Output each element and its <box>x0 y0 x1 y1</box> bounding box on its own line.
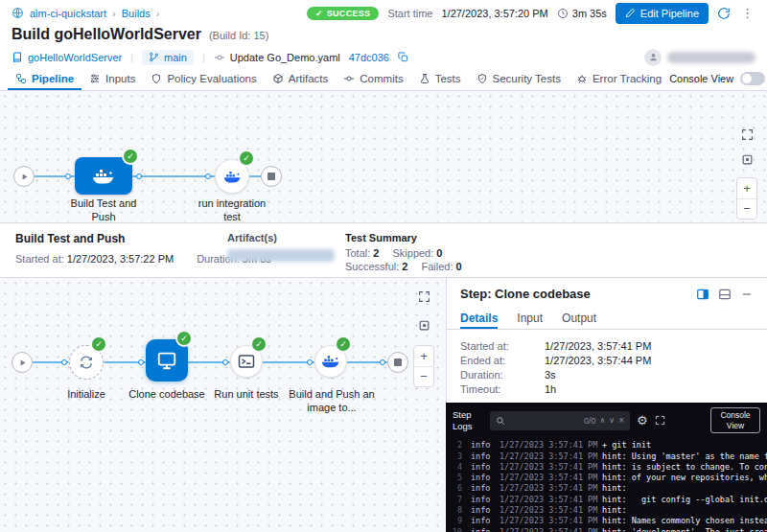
log-line: 6info1/27/2023 3:57:41 PMhint: <box>450 483 767 494</box>
flask-icon <box>419 73 430 84</box>
title-bar: Build goHelloWorldServer (Build Id: 15) <box>12 26 268 43</box>
pipeline-end-node[interactable] <box>261 166 282 187</box>
test-summary-line2: Successful: 2 Failed: 0 <box>345 261 462 272</box>
step-graph-canvas[interactable]: ✓ ✓ ✓ ✓ Initialize Clone codebase Run un… <box>0 278 446 532</box>
log-line: 5info1/27/2023 3:57:41 PMhint: of your n… <box>450 473 767 483</box>
detail-row: Ended at:1/27/2023, 3:57:44 PM <box>460 353 754 367</box>
log-line: 4info1/27/2023 3:57:41 PMhint: is subjec… <box>450 462 767 473</box>
pencil-icon <box>625 8 636 18</box>
build-id: (Build Id: 15) <box>209 30 268 41</box>
more-options-button[interactable]: ⋮ <box>739 6 755 20</box>
layout-split-bottom-button[interactable] <box>718 288 732 301</box>
stop-icon <box>394 359 402 366</box>
console-view-button[interactable]: Console View <box>710 407 760 433</box>
tab-output[interactable]: Output <box>562 307 596 329</box>
console-view-toggle[interactable] <box>740 72 765 85</box>
commit-sha-link[interactable]: 47dc036 <box>349 52 389 63</box>
test-summary-label: Test Summary <box>345 232 417 243</box>
pipeline-icon <box>15 73 27 84</box>
console-header: Step Logs 0/0 ∧ ∨ × ⚙ Console View <box>446 403 767 438</box>
tab-policy-evaluations[interactable]: Policy Evaluations <box>143 67 264 90</box>
fullscreen-button[interactable] <box>415 288 432 305</box>
project-globe-icon <box>12 7 24 19</box>
layout-split-right-button[interactable] <box>696 288 709 301</box>
breadcrumb-separator: › <box>156 8 160 19</box>
edit-pipeline-button[interactable]: Edit Pipeline <box>616 3 709 24</box>
tests-failed: Failed: 0 <box>421 261 461 272</box>
shield-icon <box>151 73 162 84</box>
steps-start-node[interactable] <box>12 352 33 373</box>
zoom-in-button[interactable]: + <box>414 346 433 366</box>
tab-details[interactable]: Details <box>460 307 498 329</box>
minimize-panel-button[interactable] <box>740 288 754 301</box>
connector-dot <box>380 359 385 365</box>
check-icon: ✓ <box>315 9 323 18</box>
stage-node-label: Build Test and Push <box>60 197 147 223</box>
copy-sha-button[interactable] <box>398 52 408 62</box>
meta-separator: | <box>130 52 133 63</box>
tab-inputs[interactable]: Inputs <box>81 67 143 90</box>
console-title: Step Logs <box>453 409 483 432</box>
fit-view-button[interactable] <box>415 316 432 334</box>
tab-commits[interactable]: Commits <box>336 67 410 90</box>
log-fullscreen-button[interactable] <box>655 415 665 426</box>
stage-node-build-test-and-push[interactable] <box>75 157 132 195</box>
log-settings-button[interactable]: ⚙ <box>637 414 648 427</box>
tab-pipeline[interactable]: Pipeline <box>8 67 81 90</box>
sync-icon <box>79 355 94 370</box>
refresh-button[interactable] <box>717 7 731 20</box>
triggered-by <box>644 49 755 66</box>
tab-input[interactable]: Input <box>517 307 543 329</box>
tab-tests[interactable]: Tests <box>411 67 469 90</box>
log-line: 10info1/27/2023 3:57:41 PMhint: 'develop… <box>450 527 767 532</box>
stop-icon <box>267 173 275 180</box>
step-node-clone-codebase[interactable] <box>146 339 188 382</box>
repo-link[interactable]: goHelloWorldServer <box>12 52 122 63</box>
zoom-out-button[interactable]: − <box>414 366 433 387</box>
stage-graph-canvas[interactable]: ✓ ✓ Build Test and Push run integration … <box>0 91 767 222</box>
search-match-counter: 0/0 <box>584 416 596 426</box>
zoom-in-button[interactable]: + <box>737 178 756 198</box>
stage-started-at: Started at: 1/27/2023, 3:57:22 PM <box>15 253 174 265</box>
pipeline-start-node[interactable] <box>13 166 35 187</box>
steps-end-node[interactable] <box>387 352 408 373</box>
user-avatar[interactable] <box>644 49 662 66</box>
branch-chip[interactable]: main <box>142 50 194 65</box>
step-panel-title: Step: Clone codebase <box>460 287 591 301</box>
monitor-icon <box>156 350 177 371</box>
branch-icon <box>149 52 159 62</box>
edge <box>132 175 215 177</box>
tab-error-tracking[interactable]: Error Tracking <box>569 67 669 90</box>
zoom-controls: + − <box>413 345 434 387</box>
log-search-input[interactable]: 0/0 ∧ ∨ × <box>490 411 630 430</box>
success-check-badge: ✓ <box>252 337 266 351</box>
detail-row: Timeout:1h <box>460 382 754 396</box>
log-line: 2info1/27/2023 3:57:41 PM+ git init <box>450 440 767 451</box>
zoom-out-button[interactable]: − <box>737 198 756 220</box>
tab-artifacts[interactable]: Artifacts <box>265 67 337 90</box>
step-node-label: Initialize <box>48 387 125 401</box>
fit-view-button[interactable] <box>738 150 755 168</box>
stage-summary-bar: Build Test and Push Started at: 1/27/202… <box>0 222 767 278</box>
fullscreen-icon <box>741 128 754 141</box>
step-logs-console: Step Logs 0/0 ∧ ∨ × ⚙ Console View 2info… <box>446 403 767 532</box>
connector-dot <box>138 359 144 365</box>
play-icon <box>18 359 27 367</box>
breadcrumb-project-link[interactable]: aim-ci-quickstart <box>30 8 106 19</box>
search-icon <box>496 416 505 426</box>
meta-separator: | <box>202 52 205 63</box>
top-bar: aim-ci-quickstart › Builds › ✓SUCCESS St… <box>0 0 767 26</box>
log-line: 8info1/27/2023 3:57:41 PMhint: <box>450 505 767 516</box>
commit-icon <box>343 73 355 84</box>
search-next-button[interactable]: ∨ <box>609 416 615 425</box>
step-node-label: Build and Push an image to... <box>282 387 382 414</box>
log-line: 3info1/27/2023 3:57:41 PMhint: Using 'ma… <box>450 451 767 462</box>
breadcrumb-builds-link[interactable]: Builds <box>122 8 151 19</box>
search-clear-button[interactable]: × <box>618 415 624 426</box>
redacted-artifact-link[interactable] <box>227 249 335 262</box>
tab-security-tests[interactable]: Security Tests <box>469 67 569 90</box>
connector-dot <box>205 173 211 179</box>
fullscreen-button[interactable] <box>738 126 755 143</box>
success-check-badge: ✓ <box>240 151 253 165</box>
search-prev-button[interactable]: ∧ <box>599 416 605 425</box>
